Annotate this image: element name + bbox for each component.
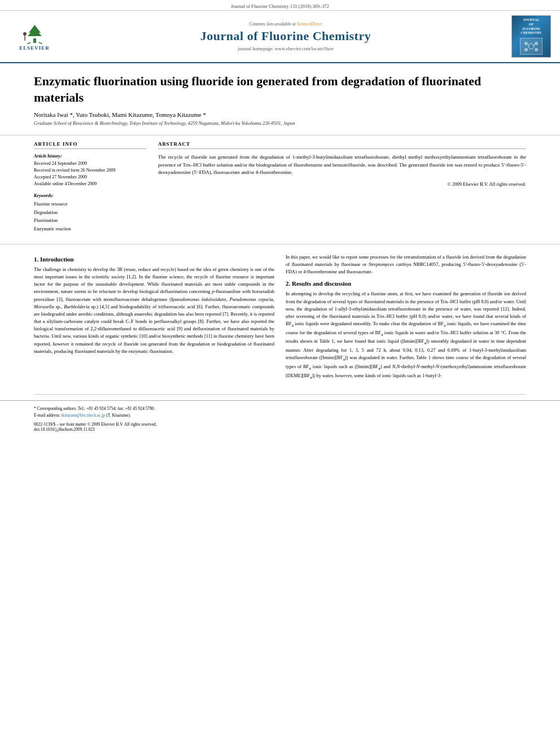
- journal-homepage: journal homepage: www.elsevier.com/locat…: [60, 46, 511, 51]
- journal-header: ELSEVIER Contents lists available at Sci…: [0, 11, 560, 63]
- keyword-2: Degradation: [34, 208, 147, 216]
- article-info-column: ARTICLE INFO Article history: Received 2…: [34, 141, 147, 238]
- article-title-section: Enzymatic fluorination using fluoride io…: [0, 63, 560, 136]
- svg-point-10: [524, 48, 528, 51]
- journal-citation: Journal of Fluorine Chemistry 131 (2010)…: [231, 3, 329, 9]
- section2-paragraph: In attempting to develop the recycling o…: [286, 290, 526, 381]
- svg-point-8: [524, 42, 528, 45]
- copyright-line: © 2009 Elsevier B.V. All rights reserved…: [158, 181, 526, 187]
- issn-line: 0022-1139/$ – see front matter © 2009 El…: [34, 422, 526, 427]
- doi-line: doi:10.1016/j.jfluchem.2009.11.023: [34, 427, 526, 432]
- available-date: Available online 4 December 2009: [34, 181, 147, 187]
- footer-separator: [34, 394, 526, 395]
- svg-point-5: [23, 32, 27, 36]
- footer-note: * Corresponding authors. Tel.: +81 45 92…: [34, 405, 526, 412]
- article-history-group: Article history: Received 24 September 2…: [34, 154, 147, 187]
- cover-decoration: [520, 38, 542, 55]
- svg-rect-0: [33, 38, 36, 43]
- keywords-group: Keywords: Fluorine resource Degradation …: [34, 193, 147, 233]
- received-date: Received 24 September 2009: [34, 160, 147, 167]
- svg-point-7: [528, 43, 534, 49]
- article-info-abstract-section: ARTICLE INFO Article history: Received 2…: [0, 136, 560, 244]
- elsevier-logo: ELSEVIER: [9, 20, 60, 54]
- elsevier-tree-icon: [19, 23, 50, 44]
- section1-paragraph: The challenge in chemistry to develop th…: [34, 266, 274, 355]
- accepted-date: Accepted 27 November 2009: [34, 174, 147, 181]
- body-right-column: In this paper, we would like to report s…: [286, 254, 526, 385]
- abstract-label: ABSTRACT: [158, 141, 526, 149]
- article-authors: Noritaka Iwai *, Yuto Tsuboki, Mami Kita…: [34, 111, 526, 118]
- keyword-4: Enzymatic reaction: [34, 225, 147, 233]
- svg-line-3: [27, 42, 30, 44]
- received-revised-date: Received in revised form 26 November 200…: [34, 167, 147, 174]
- keyword-3: Fluorination: [34, 216, 147, 224]
- abstract-column: ABSTRACT The recycle of fluoride ion gen…: [158, 141, 526, 238]
- svg-line-4: [39, 42, 42, 44]
- journal-title-center: Contents lists available at ScienceDirec…: [60, 21, 511, 51]
- journal-top-bar: Journal of Fluorine Chemistry 131 (2010)…: [0, 0, 560, 11]
- email-label: E-mail address:: [34, 413, 60, 418]
- keywords-label: Keywords:: [34, 193, 147, 198]
- journal-main-title: Journal of Fluorine Chemistry: [60, 29, 511, 43]
- footer-section: * Corresponding authors. Tel.: +81 45 92…: [0, 400, 560, 436]
- elsevier-brand: ELSEVIER: [19, 45, 50, 51]
- journal-cover-image: JOURNALOFFLUORINECHEMISTRY: [511, 15, 551, 58]
- email-note: E-mail address: tkitazum@bio.titech.ac.j…: [34, 412, 526, 418]
- svg-point-11: [535, 48, 538, 51]
- email-link[interactable]: tkitazum@bio.titech.ac.jp: [62, 413, 106, 418]
- cover-molecule-icon: [523, 40, 540, 53]
- svg-point-9: [535, 42, 538, 45]
- article-info-label: ARTICLE INFO: [34, 141, 147, 149]
- sciencedirect-line: Contents lists available at ScienceDirec…: [60, 21, 511, 27]
- sciencedirect-link[interactable]: ScienceDirect: [297, 21, 322, 27]
- keyword-1: Fluorine resource: [34, 200, 147, 208]
- keywords-list: Fluorine resource Degradation Fluorinati…: [34, 200, 147, 233]
- abstract-text: The recycle of fluoride ion generated fr…: [158, 154, 526, 177]
- email-suffix: (T. Kitazume).: [106, 413, 131, 418]
- section2-heading: 2. Results and discussion: [286, 280, 526, 287]
- section2-intro-paragraph: In this paper, we would like to report s…: [286, 254, 526, 276]
- article-title: Enzymatic fluorination using fluoride io…: [34, 73, 526, 106]
- footer-copyright: 0022-1139/$ – see front matter © 2009 El…: [34, 422, 526, 432]
- body-content: 1. Introduction The challenge in chemist…: [0, 244, 560, 394]
- body-left-column: 1. Introduction The challenge in chemist…: [34, 254, 274, 385]
- article-affiliation: Graduate School of Bioscience & Biotechn…: [34, 120, 526, 126]
- cover-title: JOURNALOFFLUORINECHEMISTRY: [521, 18, 542, 36]
- star-note: * Corresponding authors. Tel.: +81 45 92…: [34, 406, 155, 411]
- section1-heading: 1. Introduction: [34, 256, 274, 263]
- history-label: Article history:: [34, 154, 147, 159]
